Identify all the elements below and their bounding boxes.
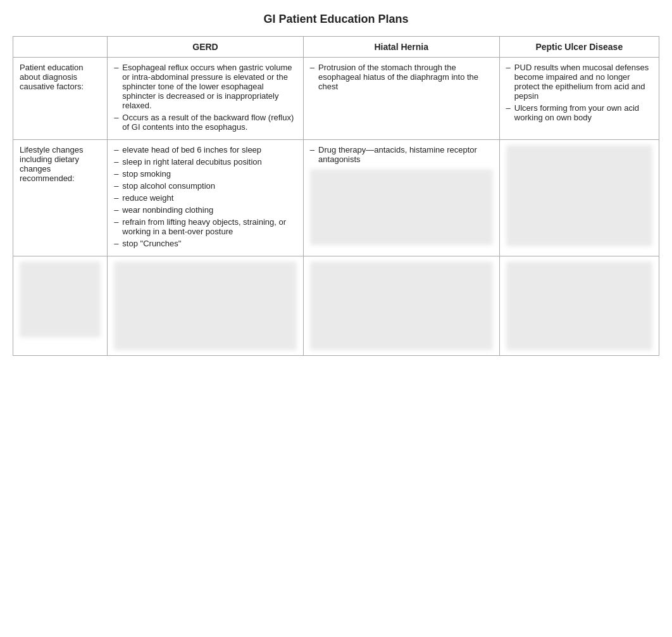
list-item: –sleep in right lateral decubitus positi…: [114, 157, 297, 167]
table-row: [13, 256, 659, 356]
list-item: – Occurs as a result of the backward flo…: [114, 113, 297, 132]
row-label-2: Lifestyle changes including dietary chan…: [13, 140, 108, 256]
col-header-pud: Peptic Ulcer Disease: [499, 37, 659, 58]
cell-pud-1: – PUD results when mucosal defenses beco…: [499, 58, 659, 140]
col-header-gerd: GERD: [108, 37, 304, 58]
blurred-pud-3: [506, 262, 652, 350]
gerd-list-1: – Esophageal reflux occurs when gastric …: [114, 63, 297, 132]
list-item: – Ulcers forming from your own acid work…: [506, 103, 652, 122]
list-item: –elevate head of bed 6 inches for sleep: [114, 145, 297, 155]
list-item: – Protrusion of the stomach through the …: [310, 63, 493, 91]
cell-gerd-2: –elevate head of bed 6 inches for sleep …: [108, 140, 304, 256]
gerd-list-2: –elevate head of bed 6 inches for sleep …: [114, 145, 297, 248]
blurred-hiatal-2: [310, 169, 493, 245]
list-item: –refrain from lifting heavy objects, str…: [114, 217, 297, 236]
col-header-empty: [13, 37, 108, 58]
list-item: –stop "Crunches": [114, 239, 297, 248]
blurred-hiatal-3: [310, 262, 493, 350]
cell-hiatal-1: – Protrusion of the stomach through the …: [303, 58, 499, 140]
table-row: Lifestyle changes including dietary chan…: [13, 140, 659, 256]
blurred-gerd-3: [114, 262, 297, 350]
list-item: – PUD results when mucosal defenses beco…: [506, 63, 652, 101]
cell-gerd-3: [108, 256, 304, 356]
pud-list-1: – PUD results when mucosal defenses beco…: [506, 63, 652, 122]
hiatal-list-2: – Drug therapy—antacids, histamine recep…: [310, 145, 493, 164]
table-row: Patient education about diagnosis causat…: [13, 58, 659, 140]
education-table: GERD Hiatal Hernia Peptic Ulcer Disease …: [13, 36, 659, 356]
list-item: –wear nonbinding clothing: [114, 205, 297, 215]
list-item: –stop alcohol consumption: [114, 181, 297, 191]
row-label-1: Patient education about diagnosis causat…: [13, 58, 108, 140]
cell-gerd-1: – Esophageal reflux occurs when gastric …: [108, 58, 304, 140]
page-title: GI Patient Education Plans: [13, 13, 659, 26]
cell-pud-2: [499, 140, 659, 256]
cell-hiatal-3: [303, 256, 499, 356]
col-header-hiatal: Hiatal Hernia: [303, 37, 499, 58]
list-item: – Esophageal reflux occurs when gastric …: [114, 63, 297, 110]
list-item: –reduce weight: [114, 193, 297, 203]
cell-pud-3: [499, 256, 659, 356]
row-label-3: [13, 256, 108, 356]
blurred-label-3: [20, 262, 101, 337]
cell-hiatal-2: – Drug therapy—antacids, histamine recep…: [303, 140, 499, 256]
list-item: –stop smoking: [114, 169, 297, 179]
list-item: – Drug therapy—antacids, histamine recep…: [310, 145, 493, 164]
hiatal-list-1: – Protrusion of the stomach through the …: [310, 63, 493, 91]
blurred-pud-2: [506, 145, 652, 246]
